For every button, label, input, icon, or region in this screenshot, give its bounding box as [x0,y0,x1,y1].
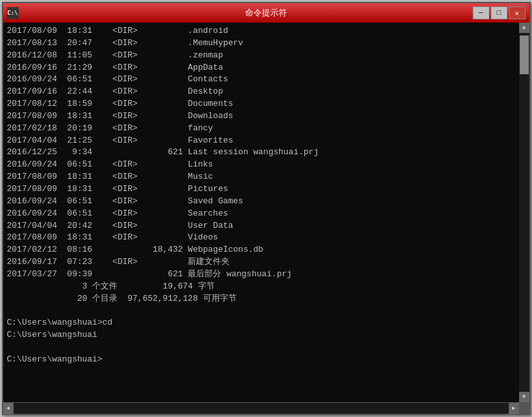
cmd-window: C:\ 命令提示符 ─ □ ✕ 2017/08/09 18:31 <DIR> .… [2,2,531,415]
close-button[interactable]: ✕ [509,6,526,19]
scrollbar-track[interactable] [519,33,529,392]
scroll-up-arrow[interactable]: ▲ [519,23,529,33]
window-title: 命令提示符 [245,7,287,19]
horizontal-scrollbar-track[interactable] [14,403,509,414]
bottom-bar: ◄ ► [3,402,529,414]
scrollbar-corner [519,403,529,414]
scroll-right-arrow[interactable]: ► [509,403,519,414]
title-bar-buttons: ─ □ ✕ [473,6,526,19]
title-bar-left: C:\ [7,7,19,19]
scrollbar-thumb[interactable] [520,36,529,74]
title-bar: C:\ 命令提示符 ─ □ ✕ [3,3,529,23]
scroll-left-arrow[interactable]: ◄ [3,403,14,414]
maximize-button[interactable]: □ [491,6,507,19]
cmd-icon: C:\ [7,7,19,19]
minimize-button[interactable]: ─ [473,6,489,19]
scroll-down-arrow[interactable]: ▼ [519,392,529,402]
terminal-output[interactable]: 2017/08/09 18:31 <DIR> .android 2017/08/… [3,23,519,402]
vertical-scrollbar[interactable]: ▲ ▼ [519,23,529,402]
terminal-body: 2017/08/09 18:31 <DIR> .android 2017/08/… [3,23,529,402]
